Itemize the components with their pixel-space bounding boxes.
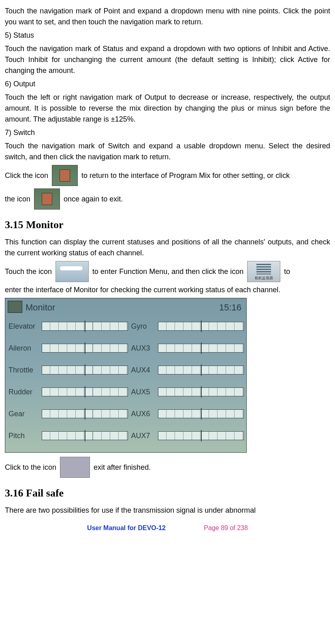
channel-label: Gear xyxy=(8,409,39,419)
monitor-screenshot: Monitor 15:16 Elevator Gyro Aileron AUX3… xyxy=(5,298,247,453)
channel-bar xyxy=(42,344,128,353)
paragraph-click-exit-again: the icon once again to exit. xyxy=(5,188,330,210)
channel-bar xyxy=(158,322,244,331)
channel-label: Aileron xyxy=(8,343,39,354)
channel-bar xyxy=(42,366,128,374)
screenshot-back-icon xyxy=(8,301,22,313)
channel-label: Throttle xyxy=(8,365,39,376)
text-fragment: to enter Function Menu, and then click t… xyxy=(90,266,245,277)
channel-bar xyxy=(158,344,244,353)
text-fragment: the icon xyxy=(5,194,32,205)
text-fragment: Touch the icon xyxy=(5,266,54,277)
channel-bar xyxy=(158,431,244,440)
monitor-icon: 舵机监视器 xyxy=(247,261,280,282)
exit-icon xyxy=(60,457,90,478)
paragraph-click-return: Click the icon to return to the interfac… xyxy=(5,165,330,186)
paragraph-output: Touch the left or right navigation mark … xyxy=(5,92,330,125)
channel-label: AUX4 xyxy=(130,365,156,376)
heading-monitor: 3.15 Monitor xyxy=(5,217,330,233)
paragraph-failsafe: There are two possibilities for use if t… xyxy=(5,505,330,516)
function-menu-icon xyxy=(55,261,89,282)
channel-label: Pitch xyxy=(8,430,39,441)
channel-bar xyxy=(158,387,244,396)
channel-label: Gyro xyxy=(130,321,156,332)
screenshot-grid: Elevator Gyro Aileron AUX3 Throttle AUX4… xyxy=(8,316,244,450)
text-fragment: Click to the icon xyxy=(5,462,58,473)
page-footer: User Manual for DEVO-12 Page 89 of 238 xyxy=(5,523,330,533)
back-icon xyxy=(52,165,78,186)
item-7-switch: 7) Switch xyxy=(5,127,330,138)
text-fragment: to return to the interface of Program Mi… xyxy=(79,170,292,181)
text-fragment: Click the icon xyxy=(5,170,50,181)
channel-bar xyxy=(158,366,244,374)
paragraph-monitor-intro: This function can display the current st… xyxy=(5,237,330,259)
footer-page-number: Page 89 of 238 xyxy=(204,524,248,531)
footer-manual-title: User Manual for DEVO-12 xyxy=(87,524,166,531)
item-6-output: 6) Output xyxy=(5,79,330,90)
channel-label: Elevator xyxy=(8,321,39,332)
heading-failsafe: 3.16 Fail safe xyxy=(5,485,330,501)
paragraph-point: Touch the navigation mark of Point and e… xyxy=(5,6,330,28)
channel-label: AUX6 xyxy=(130,409,156,419)
paragraph-click-exit: Click to the icon exit after finished. xyxy=(5,457,330,478)
monitor-icon-label: 舵机监视器 xyxy=(248,276,280,281)
channel-label: Rudder xyxy=(8,387,39,398)
channel-bar xyxy=(42,387,128,396)
channel-label: AUX5 xyxy=(130,387,156,398)
back-icon xyxy=(34,188,60,210)
channel-label: AUX3 xyxy=(130,343,156,354)
item-5-status: 5) Status xyxy=(5,30,330,41)
channel-bar xyxy=(42,322,128,331)
paragraph-monitor-cont: enter the interface of Monitor for check… xyxy=(5,285,330,295)
screenshot-title: Monitor xyxy=(26,301,55,314)
channel-bar xyxy=(42,431,128,440)
paragraph-switch: Touch the navigation mark of Switch and … xyxy=(5,141,330,163)
screenshot-clock: 15:16 xyxy=(219,301,241,314)
paragraph-monitor-icons: Touch the icon to enter Function Menu, a… xyxy=(5,261,330,282)
channel-bar xyxy=(42,409,128,418)
paragraph-status: Touch the navigation mark of Status and … xyxy=(5,43,330,76)
channel-label: AUX7 xyxy=(130,430,156,441)
channel-bar xyxy=(158,409,244,418)
text-fragment: to xyxy=(282,266,292,277)
text-fragment: once again to exit. xyxy=(62,194,123,205)
text-fragment: exit after finished. xyxy=(92,462,151,473)
